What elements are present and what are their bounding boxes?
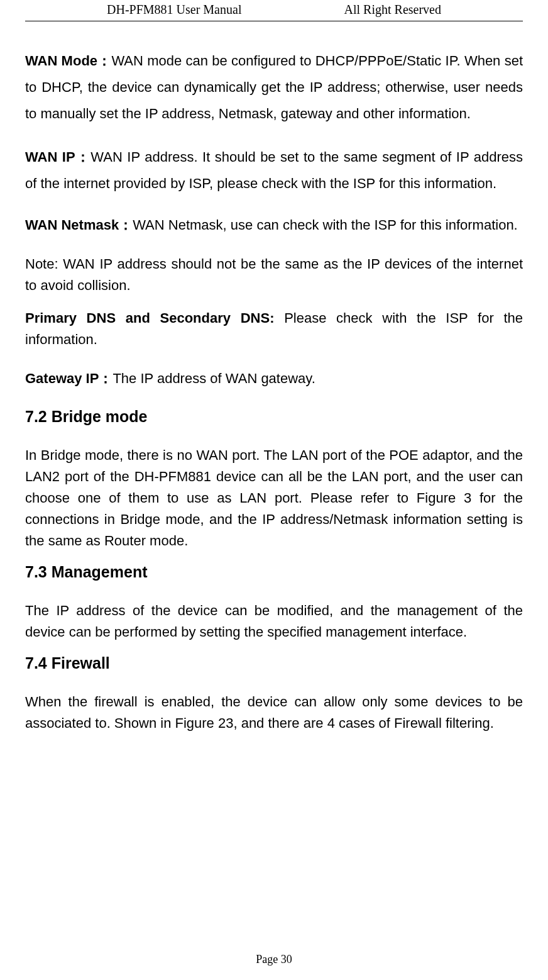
para-dns: Primary DNS and Secondary DNS: Please ch… (25, 308, 523, 350)
label-wan-ip: WAN IP： (25, 149, 90, 165)
para-mgmt-body: The IP address of the device can be modi… (25, 600, 523, 643)
para-wan-mode: WAN Mode：WAN mode can be configured to D… (25, 48, 523, 126)
page-footer: Page 30 (0, 953, 548, 966)
heading-bridge-mode: 7.2 Bridge mode (25, 408, 523, 426)
para-firewall-body: When the firewall is enabled, the device… (25, 691, 523, 734)
label-dns: Primary DNS and Secondary DNS: (25, 310, 284, 326)
page: DH-PFM881 User Manual All Right Reserved… (0, 0, 548, 980)
header-left: DH-PFM881 User Manual (25, 3, 241, 17)
text-gateway: The IP address of WAN gateway. (112, 370, 315, 386)
para-note: Note: WAN IP address should not be the s… (25, 253, 523, 296)
page-header: DH-PFM881 User Manual All Right Reserved (25, 0, 523, 21)
para-gateway: Gateway IP：The IP address of WAN gateway… (25, 368, 523, 389)
text-note: Note: WAN IP address should not be the s… (25, 256, 523, 293)
label-wan-netmask: WAN Netmask： (25, 217, 133, 233)
heading-management: 7.3 Management (25, 563, 523, 581)
text-wan-netmask: WAN Netmask, use can check with the ISP … (133, 217, 518, 233)
para-wan-ip: WAN IP：WAN IP address. It should be set … (25, 144, 523, 197)
heading-firewall: 7.4 Firewall (25, 654, 523, 672)
label-wan-mode: WAN Mode： (25, 53, 111, 69)
label-gateway: Gateway IP： (25, 370, 112, 386)
para-bridge-body: In Bridge mode, there is no WAN port. Th… (25, 445, 523, 552)
text-wan-ip: WAN IP address. It should be set to the … (25, 149, 523, 191)
para-wan-netmask: WAN Netmask：WAN Netmask, use can check w… (25, 214, 523, 236)
header-right: All Right Reserved (344, 3, 523, 17)
